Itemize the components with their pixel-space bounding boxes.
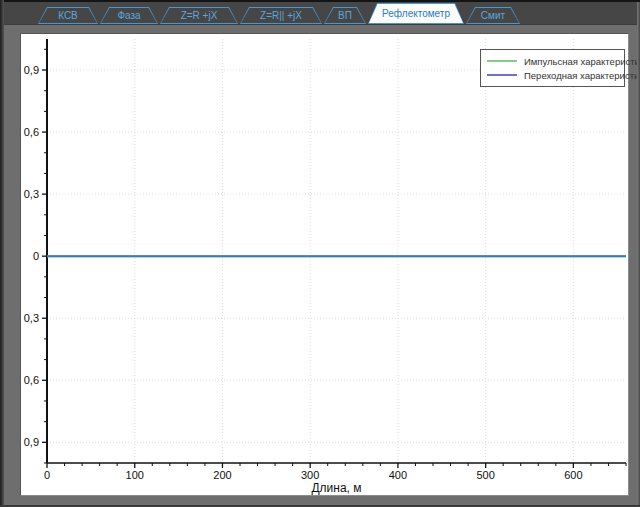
tab-ksv[interactable]: КСВ [38,7,98,24]
app-window: КСВ Фаза Z=R +jX Z=R|| +jX ВП Рефлектоме… [0,0,640,507]
svg-text:200: 200 [213,469,231,481]
svg-text:0,6: 0,6 [24,126,39,138]
legend-line-impulse-icon [487,60,517,62]
svg-text:Длина, м: Длина, м [311,481,361,495]
tab-faza[interactable]: Фаза [100,7,158,24]
svg-text:- 0,3: - 0,3 [21,312,39,324]
svg-text:0: 0 [33,250,39,262]
svg-text:600: 600 [564,469,582,481]
svg-text:100: 100 [126,469,144,481]
tab-label: Фаза [100,7,158,24]
tab-label: Смит [466,7,520,24]
tab-vp[interactable]: ВП [324,7,366,24]
svg-text:0: 0 [44,469,50,481]
chart-legend: Импульсная характеристика Переходная хар… [480,49,625,87]
tab-smith[interactable]: Смит [466,7,520,24]
legend-label: Переходная характеристика [524,70,640,81]
legend-label: Импульсная характеристика [524,56,640,67]
tab-label: Z=R +jX [160,7,238,24]
tab-z-series[interactable]: Z=R +jX [160,7,238,24]
legend-item-transient: Переходная характеристика [487,68,618,82]
tab-label: Z=R|| +jX [240,7,322,24]
chart-plot: 0,90,60,30- 0,3- 0,6- 0,9010020030040050… [21,34,628,495]
tab-label: Рефлектометр [368,3,464,24]
tab-label: КСВ [38,7,98,24]
svg-text:400: 400 [389,469,407,481]
tab-reflectometer[interactable]: Рефлектометр [368,3,464,24]
svg-text:- 0,9: - 0,9 [21,436,39,448]
tab-z-parallel[interactable]: Z=R|| +jX [240,7,322,24]
svg-text:0,3: 0,3 [24,188,39,200]
tab-bar: КСВ Фаза Z=R +jX Z=R|| +jX ВП Рефлектоме… [4,2,637,25]
svg-text:- 0,6: - 0,6 [21,374,39,386]
tab-label: ВП [324,7,366,24]
legend-line-transient-icon [487,74,517,76]
svg-text:300: 300 [301,469,319,481]
legend-item-impulse: Импульсная характеристика [487,54,618,68]
window-edge-left [0,0,4,507]
svg-text:0,9: 0,9 [24,64,39,76]
chart-panel: 0,90,60,30- 0,3- 0,6- 0,9010020030040050… [20,33,629,496]
svg-text:500: 500 [476,469,494,481]
